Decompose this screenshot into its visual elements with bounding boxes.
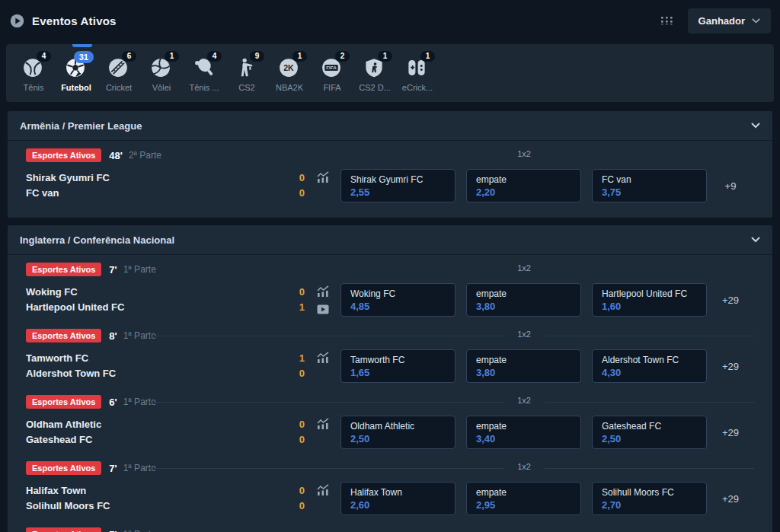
- match-part: 1ª Parte: [123, 463, 156, 473]
- market-selector-button[interactable]: Ganhador: [688, 8, 771, 33]
- section-header[interactable]: Armênia / Premier League: [8, 111, 772, 141]
- odds-value: 4,85: [350, 301, 446, 312]
- stats-icon[interactable]: [317, 351, 329, 363]
- home-score: 0: [277, 285, 305, 300]
- sport-tab-ecricket[interactable]: 1 eCrick...: [396, 55, 439, 92]
- odds-value: 2,50: [350, 433, 446, 444]
- sport-tab-fifa[interactable]: FIFA 2 FIFA: [311, 55, 353, 92]
- sport-label: Futebol: [61, 83, 91, 92]
- away-score: 0: [277, 432, 305, 448]
- odds-group: Shirak Gyumri FC 2,55 empate 2,20 FC van…: [340, 169, 707, 202]
- match-teams-link[interactable]: Halifax Town Solihull Moors FC: [26, 483, 277, 514]
- cricket-icon: 6: [106, 55, 132, 79]
- match-meta: Esportes Ativos 48' 2ª Parte 1x2: [26, 148, 754, 163]
- match-teams-link[interactable]: Oldham Athletic Gateshead FC: [26, 417, 277, 448]
- odds-away-button[interactable]: Aldershot Town FC 4,30: [592, 349, 707, 383]
- live-badge: Esportes Ativos: [26, 148, 101, 162]
- section-title: Armênia / Premier League: [20, 120, 142, 132]
- count-badge: 2: [335, 51, 350, 62]
- match-part: 1ª Parte: [123, 264, 156, 275]
- odds-label: Woking FC: [350, 288, 446, 299]
- away-team-name: Hartlepool United FC: [26, 300, 277, 315]
- match-row: Tamworth FC Aldershot Town FC 1 0 Tamwor…: [26, 349, 754, 383]
- sport-tab-cs2[interactable]: 9 CS2: [225, 55, 268, 92]
- stats-icon[interactable]: [317, 170, 329, 183]
- odds-home-button[interactable]: Oldham Athletic 2,50: [340, 416, 456, 449]
- odds-away-button[interactable]: FC van 3,75: [592, 169, 707, 202]
- odds-value: 1,60: [602, 301, 697, 312]
- more-markets-link[interactable]: +9: [707, 180, 754, 192]
- match-time: 8': [109, 330, 117, 342]
- odds-draw-button[interactable]: empate 2,95: [466, 482, 581, 515]
- odds-group: Woking FC 4,85 empate 3,80 Hartlepool Un…: [340, 283, 707, 317]
- chevron-down-icon: [751, 237, 760, 243]
- section-title: Inglaterra / Conferência Nacional: [20, 234, 174, 246]
- more-markets-link[interactable]: +29: [707, 361, 754, 372]
- sport-tab-cs2-danger[interactable]: 1 CS2 D...: [353, 55, 396, 92]
- sport-tab-volleyball[interactable]: 1 Vôlei: [140, 55, 183, 92]
- sport-tab-cricket[interactable]: 6 Cricket: [98, 55, 140, 92]
- fifa-icon: FIFA 2: [319, 55, 345, 79]
- count-badge: 31: [74, 51, 94, 63]
- odds-value: 3,40: [476, 433, 571, 444]
- away-team-name: Solihull Moors FC: [26, 499, 277, 514]
- live-events-play-icon: [9, 13, 25, 29]
- odds-label: Gateshead FC: [602, 421, 697, 432]
- more-markets-link[interactable]: +29: [707, 493, 754, 505]
- topbar: Eventos Ativos Ganhador: [0, 0, 780, 42]
- sport-label: Cricket: [106, 83, 132, 92]
- tennis-icon: 4: [21, 55, 46, 79]
- live-badge: Esportes Ativos: [26, 461, 101, 475]
- match-meta: Esportes Ativos 8' 1ª Parte 1x2: [26, 328, 754, 343]
- grid-view-icon[interactable]: [658, 14, 676, 28]
- odds-home-button[interactable]: Tamworth FC 1,65: [340, 349, 456, 383]
- more-markets-link[interactable]: +29: [707, 295, 754, 306]
- odds-away-button[interactable]: Gateshead FC 2,50: [592, 416, 707, 449]
- sport-tab-football[interactable]: 31 Futebol: [55, 55, 98, 92]
- count-badge: 1: [378, 51, 392, 62]
- away-team-name: Aldershot Town FC: [26, 366, 277, 381]
- odds-draw-button[interactable]: empate 2,20: [466, 169, 581, 202]
- count-badge: 1: [292, 51, 307, 62]
- odds-home-button[interactable]: Halifax Town 2,60: [340, 482, 456, 515]
- odds-value: 2,70: [602, 499, 697, 511]
- match-block: Esportes Ativos 7' 1ª Parte 1x2 Halifax …: [8, 454, 772, 520]
- odds-draw-button[interactable]: empate 3,80: [466, 349, 581, 383]
- sport-tab-tennis[interactable]: 4 Tênis: [12, 55, 55, 92]
- sport-tab-table-tennis[interactable]: 4 Tênis ...: [183, 55, 225, 92]
- away-score: 0: [277, 186, 305, 201]
- odds-away-button[interactable]: Hartlepool United FC 1,60: [592, 283, 707, 317]
- topbar-right: Ganhador: [658, 8, 771, 33]
- stats-icon[interactable]: [317, 285, 329, 297]
- league-section-england: Inglaterra / Conferência Nacional Esport…: [8, 225, 772, 532]
- match-block: Esportes Ativos 48' 2ª Parte 1x2 Shirak …: [8, 141, 772, 218]
- more-markets-link[interactable]: +29: [707, 427, 754, 438]
- home-team-name: Tamworth FC: [26, 351, 277, 366]
- video-icon[interactable]: [317, 303, 329, 315]
- match-meta: Esportes Ativos 7' 1ª Parte 1x2: [26, 460, 754, 476]
- odds-draw-button[interactable]: empate 3,80: [466, 283, 581, 317]
- stats-icon[interactable]: [317, 417, 329, 429]
- home-score: 0: [277, 483, 305, 499]
- svg-text:2K: 2K: [283, 63, 294, 72]
- odds-value: 2,95: [476, 499, 571, 511]
- match-teams-link[interactable]: Shirak Gyumri FC FC van: [26, 170, 277, 201]
- sport-tab-nba2k[interactable]: 2K 1 NBA2K: [268, 55, 311, 92]
- odds-label: Oldham Athletic: [350, 421, 446, 432]
- count-badge: 4: [37, 51, 51, 62]
- odds-value: 2,55: [350, 186, 446, 198]
- stats-icon[interactable]: [317, 483, 329, 495]
- match-meta: Esportes Ativos 7' 1ª Parte: [26, 527, 754, 532]
- match-teams-link[interactable]: Tamworth FC Aldershot Town FC: [26, 351, 277, 381]
- match-teams-link[interactable]: Woking FC Hartlepool United FC: [26, 285, 277, 315]
- odds-group: Oldham Athletic 2,50 empate 3,40 Gateshe…: [340, 416, 707, 449]
- section-header[interactable]: Inglaterra / Conferência Nacional: [8, 225, 772, 255]
- odds-label: empate: [476, 288, 571, 299]
- odds-draw-button[interactable]: empate 3,40: [466, 416, 581, 449]
- match-time: 6': [109, 397, 117, 408]
- away-score: 0: [277, 499, 305, 514]
- odds-home-button[interactable]: Woking FC 4,85: [340, 283, 456, 317]
- odds-away-button[interactable]: Solihull Moors FC 2,70: [592, 482, 707, 515]
- count-badge: 9: [250, 51, 264, 62]
- odds-home-button[interactable]: Shirak Gyumri FC 2,55: [340, 169, 456, 202]
